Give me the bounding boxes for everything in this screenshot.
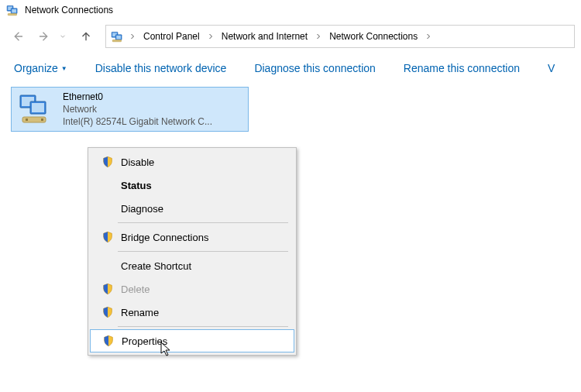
svg-rect-9: [112, 40, 121, 42]
menu-bridge-connections[interactable]: Bridge Connections: [90, 225, 294, 249]
adapter-status: Network: [63, 103, 212, 115]
menu-bridge-label: Bridge Connections: [121, 232, 208, 243]
menu-status-label: Status: [121, 180, 152, 191]
network-connections-title-icon: [6, 3, 20, 17]
window-title: Network Connections: [25, 5, 113, 15]
menu-diagnose[interactable]: Diagnose: [90, 197, 294, 220]
menu-separator: [118, 251, 288, 252]
menu-properties[interactable]: Properties: [90, 329, 294, 352]
toolbar: Organize ▼ Disable this network device D…: [0, 54, 581, 84]
content-area[interactable]: Ethernet0 Network Intel(R) 82574L Gigabi…: [0, 84, 581, 135]
menu-rename[interactable]: Rename: [90, 301, 294, 324]
menu-shortcut-label: Create Shortcut: [121, 260, 191, 272]
shield-icon: [101, 156, 114, 168]
back-button[interactable]: [11, 29, 25, 43]
chevron-right-icon[interactable]: [128, 32, 137, 41]
chevron-right-icon[interactable]: [206, 32, 215, 41]
shield-icon: [101, 283, 114, 295]
up-button[interactable]: [79, 29, 93, 43]
forward-button[interactable]: [37, 29, 51, 43]
menu-delete-label: Delete: [121, 284, 150, 295]
nav-arrows: [11, 29, 93, 43]
adapter-ethernet0[interactable]: Ethernet0 Network Intel(R) 82574L Gigabi…: [11, 87, 249, 132]
adapter-name: Ethernet0: [63, 91, 212, 103]
adapter-device: Intel(R) 82574L Gigabit Network C...: [63, 115, 212, 128]
nav-row: Control Panel Network and Internet Netwo…: [0, 22, 581, 54]
diagnose-connection-button[interactable]: Diagnose this connection: [254, 62, 375, 74]
shield-icon: [102, 335, 115, 347]
address-bar[interactable]: Control Panel Network and Internet Netwo…: [105, 25, 575, 48]
svg-rect-8: [116, 36, 121, 40]
rename-connection-button[interactable]: Rename this connection: [404, 62, 520, 74]
menu-separator: [118, 326, 288, 327]
svg-rect-4: [8, 14, 16, 15]
menu-properties-label: Properties: [122, 335, 167, 347]
menu-separator: [118, 222, 288, 223]
svg-rect-13: [32, 103, 44, 112]
menu-status[interactable]: Status: [90, 174, 294, 197]
svg-rect-16: [41, 119, 43, 121]
organize-label: Organize: [14, 62, 58, 74]
titlebar: Network Connections: [0, 0, 581, 22]
svg-rect-15: [26, 119, 28, 121]
svg-rect-3: [12, 9, 16, 13]
recent-locations-dropdown[interactable]: [59, 33, 67, 40]
disable-device-button[interactable]: Disable this network device: [95, 62, 227, 74]
chevron-right-icon[interactable]: [314, 32, 323, 41]
menu-diagnose-label: Diagnose: [121, 203, 163, 215]
chevron-right-icon[interactable]: [424, 32, 433, 41]
shield-icon: [101, 306, 114, 318]
breadcrumb-network-internet[interactable]: Network and Internet: [218, 31, 311, 42]
breadcrumb-control-panel[interactable]: Control Panel: [140, 31, 203, 42]
context-menu: Disable Status Diagnose Bridge Connectio…: [88, 147, 297, 356]
toolbar-overflow-item[interactable]: V: [548, 62, 555, 74]
menu-delete: Delete: [90, 277, 294, 301]
menu-disable[interactable]: Disable: [90, 150, 294, 174]
menu-rename-label: Rename: [121, 307, 159, 318]
shield-icon: [101, 231, 114, 243]
menu-disable-label: Disable: [121, 156, 154, 168]
dropdown-triangle-icon: ▼: [61, 65, 67, 72]
adapter-icon: [16, 91, 57, 128]
menu-create-shortcut[interactable]: Create Shortcut: [90, 254, 294, 277]
breadcrumb-network-connections[interactable]: Network Connections: [326, 31, 421, 42]
adapter-text: Ethernet0 Network Intel(R) 82574L Gigabi…: [63, 91, 212, 128]
organize-button[interactable]: Organize ▼: [14, 62, 67, 74]
network-connections-path-icon: [111, 29, 125, 43]
